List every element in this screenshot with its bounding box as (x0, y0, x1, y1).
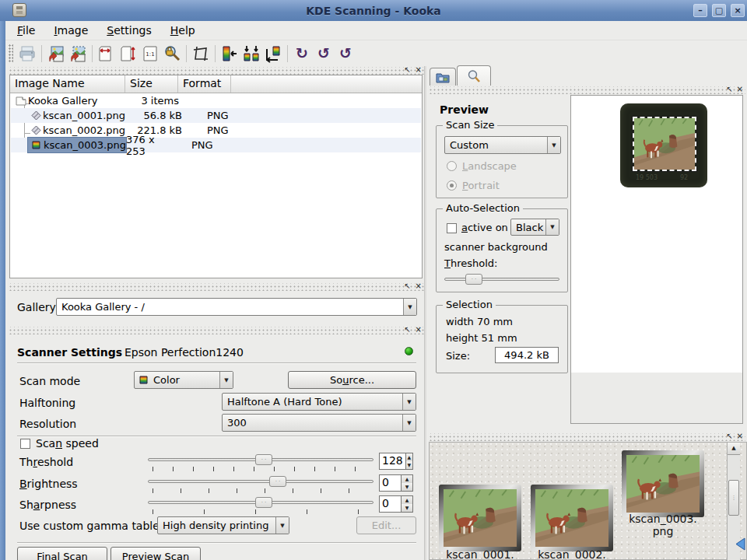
auto-threshold-slider[interactable]: · · (444, 278, 559, 281)
preview-dock-handle[interactable]: ↖ × (428, 86, 745, 94)
tab-gallery[interactable] (430, 68, 456, 86)
zoom-lock-icon[interactable] (161, 43, 183, 65)
active-on-checkbox[interactable] (447, 223, 457, 233)
threshold-slider[interactable]: · · (148, 458, 374, 461)
gallery-float-icon[interactable]: ↖ (405, 282, 411, 291)
scan-mode-combobox[interactable]: Color ▼ (134, 371, 233, 389)
chevron-down-icon[interactable]: ▼ (403, 299, 416, 315)
column-format[interactable]: Format (178, 75, 231, 93)
thumbnails-float-icon[interactable]: ↖ (727, 432, 733, 441)
list-item-kscan0002[interactable]: kscan_0002.png 221.8 kB PNG (11, 123, 421, 138)
preview-selection-marquee[interactable] (633, 117, 696, 171)
tab-preview-active[interactable] (457, 65, 491, 86)
pane-splitter[interactable] (424, 66, 426, 560)
brightness-slider[interactable]: · · (148, 480, 374, 483)
brightness-value[interactable]: 0 (379, 474, 402, 492)
thumbnail-kscan0003[interactable] (622, 450, 704, 517)
scale-to-width-icon[interactable] (96, 43, 117, 65)
original-size-icon[interactable]: 1:1 (139, 43, 161, 65)
list-item-kscan0003-selected[interactable]: kscan_0003.png 376 x 253 PNG (11, 138, 421, 152)
spin-down-icon[interactable]: ▼ (402, 504, 412, 512)
preview-scan-button[interactable]: Preview Scan (110, 547, 201, 560)
scrollbar-thumb[interactable]: ⋮ (728, 480, 739, 516)
imagelist-close-icon[interactable]: × (416, 65, 422, 75)
spin-up-icon[interactable]: ▲ (406, 453, 412, 461)
toolbar-drag-handle[interactable] (9, 44, 13, 63)
chevron-down-icon[interactable]: ▼ (219, 372, 233, 388)
minimize-button[interactable]: – (693, 4, 707, 17)
scanner-close-icon[interactable]: × (416, 325, 422, 334)
scale-to-height-icon[interactable] (117, 43, 139, 65)
close-button[interactable]: × (731, 4, 745, 17)
spin-down-icon[interactable]: ▼ (406, 461, 412, 469)
thumbnail-kscan0001[interactable] (439, 485, 521, 551)
print-icon[interactable] (16, 43, 38, 65)
halftoning-combobox[interactable]: Halftone A (Hard Tone) ▼ (222, 393, 416, 411)
threshold-slider-handle[interactable]: · · (255, 454, 272, 465)
sharpness-spinbox[interactable]: 0 ▲▼ (379, 495, 413, 513)
crop-icon[interactable] (190, 43, 212, 65)
menu-file[interactable]: File (17, 24, 35, 37)
gamma-combobox[interactable]: High density printing ▼ (157, 516, 289, 534)
source-button[interactable]: Source... (288, 371, 416, 389)
mirror-horizontally-icon[interactable] (240, 43, 262, 65)
gallery-dock-handle[interactable]: ↖ × (8, 283, 425, 291)
column-image-name[interactable]: Image Name (10, 75, 125, 93)
scanner-dock-handle[interactable]: ↖ × (8, 327, 425, 334)
rotate-clockwise-icon[interactable]: ↻ (291, 43, 313, 65)
final-scan-button[interactable]: Final Scan (17, 547, 107, 560)
resolution-combobox[interactable]: 300 ▼ (222, 414, 416, 432)
mirror-vertically-icon[interactable] (219, 43, 240, 65)
imagelist-float-icon[interactable]: ↖ (405, 65, 411, 75)
list-item-kscan0001[interactable]: kscan_0001.png 56.8 kB PNG (11, 108, 421, 123)
thumbnail-kscan0002[interactable] (531, 485, 613, 551)
auto-threshold-slider-handle[interactable]: · · (465, 274, 482, 285)
save-image-icon[interactable] (67, 43, 89, 65)
item-name: kscan_0001.png (43, 110, 124, 121)
item-size: 3 items (121, 95, 179, 107)
brightness-slider-handle[interactable]: · · (269, 476, 286, 487)
chevron-down-icon[interactable]: ▼ (275, 517, 289, 534)
panel-collapse-arrow-icon[interactable] (735, 537, 746, 551)
chevron-down-icon[interactable]: ▼ (402, 394, 416, 410)
sharpness-slider-handle[interactable]: · · (255, 497, 272, 508)
preview-close-icon[interactable]: × (737, 85, 743, 94)
gallery-label: Gallery: (17, 301, 59, 313)
brightness-spinbox[interactable]: 0 ▲▼ (379, 474, 413, 492)
sharpness-value[interactable]: 0 (379, 495, 402, 513)
scan-speed-checkbox[interactable] (20, 439, 30, 449)
scanner-float-icon[interactable]: ↖ (405, 325, 411, 334)
spin-up-icon[interactable]: ▲ (402, 496, 412, 504)
scroll-up-icon[interactable]: ▲ (728, 443, 740, 455)
menu-settings[interactable]: Settings (107, 24, 151, 37)
menu-help[interactable]: Help (170, 24, 195, 37)
chevron-down-icon[interactable]: ▼ (547, 137, 560, 153)
gallery-combobox[interactable]: Kooka Gallery - / ▼ (56, 298, 417, 316)
threshold-value[interactable]: 128 (379, 453, 406, 470)
open-image-icon[interactable] (45, 43, 67, 65)
image-list: Image Name Size Format Kooka Gallery 3 i… (9, 75, 423, 278)
thumbnails-close-icon[interactable]: × (737, 432, 743, 441)
spin-up-icon[interactable]: ▲ (402, 475, 412, 483)
sharpness-slider[interactable]: · · (148, 501, 374, 504)
preview-float-icon[interactable]: ↖ (727, 85, 733, 94)
spin-down-icon[interactable]: ▼ (402, 483, 412, 491)
menu-image[interactable]: Image (54, 24, 88, 37)
chevron-down-icon[interactable]: ▼ (545, 219, 559, 235)
mirror-both-icon[interactable] (262, 43, 284, 65)
column-size[interactable]: Size (125, 75, 178, 93)
threshold-spinbox[interactable]: 128 ▲▼ (379, 453, 413, 470)
image-list-header: Image Name Size Format (10, 75, 422, 93)
list-item-gallery[interactable]: Kooka Gallery 3 items (11, 93, 421, 108)
rotate-180-icon[interactable]: ↺ (335, 43, 356, 65)
chevron-down-icon[interactable]: ▼ (402, 415, 416, 431)
active-on-combobox[interactable]: Black ▼ (510, 219, 559, 236)
thumbnails-dock-handle[interactable]: ↖ × (428, 433, 745, 441)
scan-size-combobox[interactable]: Custom ▼ (444, 136, 561, 154)
gallery-close-icon[interactable]: × (416, 282, 422, 291)
titlebar[interactable]: KDE Scanning - Kooka – ▢ × (0, 0, 747, 21)
gamma-value: High density printing (158, 520, 275, 531)
rotate-counter-clockwise-icon[interactable]: ↺ (313, 43, 335, 65)
maximize-button[interactable]: ▢ (712, 4, 726, 17)
imagelist-dock-handle[interactable]: ↖ × (8, 67, 425, 75)
